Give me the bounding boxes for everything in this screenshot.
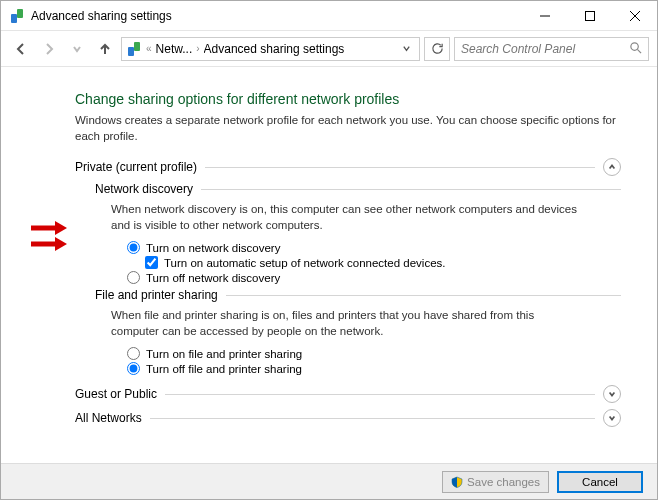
shield-icon [451, 476, 463, 488]
address-dropdown-icon[interactable] [397, 42, 415, 56]
checkbox-auto-setup[interactable]: Turn on automatic setup of network conne… [127, 256, 621, 269]
section-all-networks: All Networks [75, 409, 621, 427]
footer-bar: Save changes Cancel [1, 463, 657, 499]
svg-point-1 [631, 42, 638, 49]
sub-network-discovery: Network discovery When network discovery… [75, 182, 621, 284]
close-button[interactable] [612, 1, 657, 30]
window-title: Advanced sharing settings [31, 9, 522, 23]
annotation-arrow-icon [29, 235, 69, 253]
section-guest-header[interactable]: Guest or Public [75, 385, 621, 403]
radio-turn-on-file-sharing[interactable]: Turn on file and printer sharing [127, 347, 621, 360]
title-bar: Advanced sharing settings [1, 1, 657, 31]
radio-input[interactable] [127, 362, 140, 375]
breadcrumb-sep-icon: « [146, 43, 152, 54]
maximize-button[interactable] [567, 1, 612, 30]
radio-turn-on-network-discovery[interactable]: Turn on network discovery [127, 241, 621, 254]
cancel-label: Cancel [582, 476, 618, 488]
breadcrumb-1[interactable]: Netw... [156, 42, 193, 56]
page-title: Change sharing options for different net… [75, 91, 621, 107]
nav-bar: « Netw... › Advanced sharing settings Se… [1, 31, 657, 67]
section-all-label: All Networks [75, 411, 142, 425]
sub-file-printer-sharing: File and printer sharing When file and p… [75, 288, 621, 375]
up-button[interactable] [93, 37, 117, 61]
sub-file-printer-header: File and printer sharing [95, 288, 621, 302]
location-icon [126, 41, 142, 57]
divider [201, 189, 621, 190]
address-bar[interactable]: « Netw... › Advanced sharing settings [121, 37, 420, 61]
file-printer-options: Turn on file and printer sharing Turn of… [95, 347, 621, 375]
section-private: Private (current profile) Network discov… [75, 158, 621, 375]
chevron-down-icon[interactable] [603, 385, 621, 403]
cancel-button[interactable]: Cancel [557, 471, 643, 493]
page-intro: Windows creates a separate network profi… [75, 113, 621, 144]
recent-locations-button[interactable] [65, 37, 89, 61]
chevron-down-icon[interactable] [603, 409, 621, 427]
chevron-right-icon[interactable]: › [196, 43, 199, 54]
minimize-button[interactable] [522, 1, 567, 30]
divider [165, 394, 595, 395]
radio-turn-off-network-discovery[interactable]: Turn off network discovery [127, 271, 621, 284]
forward-button[interactable] [37, 37, 61, 61]
control-panel-icon [9, 8, 25, 24]
radio-turn-off-file-sharing[interactable]: Turn off file and printer sharing [127, 362, 621, 375]
radio-input[interactable] [127, 271, 140, 284]
sub-network-discovery-label: Network discovery [95, 182, 193, 196]
chevron-up-icon[interactable] [603, 158, 621, 176]
file-printer-desc: When file and printer sharing is on, fil… [95, 308, 585, 339]
radio-input[interactable] [127, 241, 140, 254]
sub-file-printer-label: File and printer sharing [95, 288, 218, 302]
save-changes-button[interactable]: Save changes [442, 471, 549, 493]
back-button[interactable] [9, 37, 33, 61]
network-discovery-options: Turn on network discovery Turn on automa… [95, 241, 621, 284]
checkbox-input[interactable] [145, 256, 158, 269]
annotation-arrow-icon [29, 219, 69, 237]
divider [205, 167, 595, 168]
save-label: Save changes [467, 476, 540, 488]
section-private-header[interactable]: Private (current profile) [75, 158, 621, 176]
content-area: Change sharing options for different net… [1, 67, 657, 463]
search-placeholder: Search Control Panel [461, 42, 575, 56]
breadcrumb-2[interactable]: Advanced sharing settings [204, 42, 345, 56]
search-icon [629, 41, 642, 57]
sub-network-discovery-header: Network discovery [95, 182, 621, 196]
radio-input[interactable] [127, 347, 140, 360]
network-discovery-desc: When network discovery is on, this compu… [95, 202, 585, 233]
divider [226, 295, 621, 296]
search-input[interactable]: Search Control Panel [454, 37, 649, 61]
section-guest-label: Guest or Public [75, 387, 157, 401]
divider [150, 418, 595, 419]
svg-rect-0 [585, 11, 594, 20]
section-all-header[interactable]: All Networks [75, 409, 621, 427]
section-private-label: Private (current profile) [75, 160, 197, 174]
refresh-button[interactable] [424, 37, 450, 61]
section-guest-public: Guest or Public [75, 385, 621, 403]
window-controls [522, 1, 657, 30]
